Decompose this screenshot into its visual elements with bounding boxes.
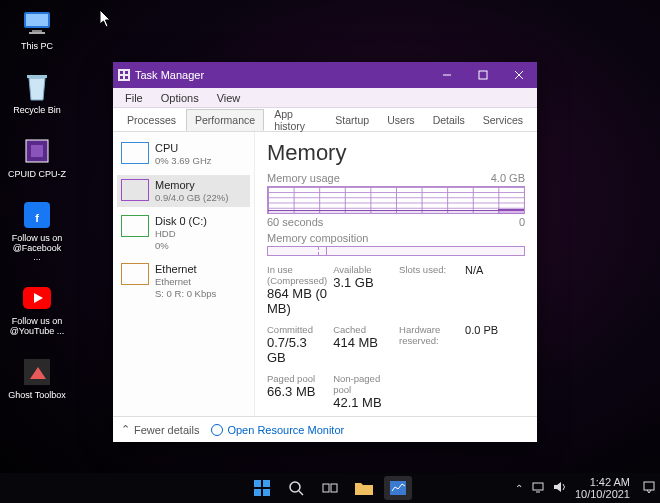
sidebar-sub2: S: 0 R: 0 Kbps (155, 288, 216, 299)
chart-xright: 0 (519, 216, 525, 228)
cpuz-icon (20, 134, 54, 168)
stat-value: N/A (465, 264, 525, 276)
taskbar[interactable]: ⌃ 1:42 AM 10/10/2021 (0, 473, 660, 503)
svg-rect-17 (479, 71, 487, 79)
menu-view[interactable]: View (209, 90, 249, 106)
sidebar-sub2: 0% (155, 240, 207, 251)
comp-label: Memory composition (267, 232, 368, 244)
start-button[interactable] (248, 476, 276, 500)
stat-value: 0.0 PB (465, 324, 525, 336)
stat-label: Paged pool (267, 373, 327, 384)
maximize-button[interactable] (465, 62, 501, 88)
desktop-icon-label: This PC (21, 42, 53, 52)
menu-options[interactable]: Options (153, 90, 207, 106)
stat-value: 42.1 MB (333, 395, 393, 410)
stat-label: Non-paged pool (333, 373, 393, 395)
sidebar-sub: Ethernet (155, 276, 216, 287)
desktop-icon-recycle-bin[interactable]: Recycle Bin (8, 70, 66, 116)
svg-point-24 (290, 482, 300, 492)
desktop-icon-label: CPUID CPU-Z (8, 170, 66, 180)
svg-rect-4 (27, 75, 47, 78)
facebook-icon: f (20, 198, 54, 232)
svg-rect-20 (254, 480, 261, 487)
chart-label: Memory usage (267, 172, 340, 184)
sidebar-item-ethernet[interactable]: EthernetEthernetS: 0 R: 0 Kbps (117, 259, 250, 303)
memory-panel: Memory Memory usage4.0 GB 60 seconds0 Me… (255, 132, 537, 416)
chart-max: 4.0 GB (491, 172, 525, 184)
task-manager-taskbar-button[interactable] (384, 476, 412, 500)
desktop-icon-ghost-toolbox[interactable]: Ghost Toolbox (8, 355, 66, 401)
chevron-up-icon[interactable]: ⌃ (515, 483, 523, 494)
stat-label: Committed (267, 324, 327, 335)
svg-rect-27 (331, 484, 337, 492)
task-view-button[interactable] (316, 476, 344, 500)
sidebar-label: Ethernet (155, 263, 216, 276)
svg-rect-23 (263, 489, 270, 496)
fewer-details-label: Fewer details (134, 424, 199, 436)
stat-value: 414 MB (333, 335, 393, 350)
svg-rect-22 (254, 489, 261, 496)
desktop-icon-label: Follow us on @YouTube ... (8, 317, 66, 337)
sidebar-label: Memory (155, 179, 228, 192)
svg-rect-28 (390, 481, 406, 495)
tab-performance[interactable]: Performance (186, 109, 264, 131)
sidebar-item-cpu[interactable]: CPU0% 3.69 GHz (117, 138, 250, 171)
memory-stats: In use (Compressed)864 MB (0 MB) Availab… (267, 264, 525, 410)
tab-services[interactable]: Services (475, 110, 531, 130)
close-button[interactable] (501, 62, 537, 88)
stat-value: 0.7/5.3 GB (267, 335, 327, 365)
tab-details[interactable]: Details (425, 110, 473, 130)
menu-file[interactable]: File (117, 90, 151, 106)
network-icon[interactable] (531, 481, 545, 495)
tab-startup[interactable]: Startup (327, 110, 377, 130)
chevron-up-icon: ⌃ (121, 423, 130, 436)
clock[interactable]: 1:42 AM 10/10/2021 (575, 476, 634, 500)
disk-mini-graph (121, 215, 149, 237)
svg-text:f: f (35, 212, 39, 224)
system-tray[interactable]: ⌃ 1:42 AM 10/10/2021 (515, 476, 656, 500)
svg-rect-21 (263, 480, 270, 487)
window-title: Task Manager (135, 69, 429, 81)
svg-rect-3 (29, 32, 45, 34)
fewer-details-link[interactable]: ⌃Fewer details (121, 423, 199, 436)
stat-value: 66.3 MB (267, 384, 327, 399)
sidebar-item-disk[interactable]: Disk 0 (C:)HDD0% (117, 211, 250, 255)
desktop-icon-facebook[interactable]: f Follow us on @Facebook ... (8, 198, 66, 264)
desktop-icon-youtube[interactable]: Follow us on @YouTube ... (8, 281, 66, 337)
svg-rect-2 (32, 30, 42, 32)
minimize-button[interactable] (429, 62, 465, 88)
perf-sidebar: CPU0% 3.69 GHz Memory0.9/4.0 GB (22%) Di… (113, 132, 255, 416)
task-manager-window: Task Manager File Options View Processes… (113, 62, 537, 442)
desktop-icon-label: Ghost Toolbox (8, 391, 65, 401)
sidebar-item-memory[interactable]: Memory0.9/4.0 GB (22%) (117, 175, 250, 208)
page-title: Memory (267, 140, 525, 166)
svg-rect-6 (31, 145, 43, 157)
sidebar-sub: 0% 3.69 GHz (155, 155, 212, 166)
sidebar-label: Disk 0 (C:) (155, 215, 207, 228)
tab-users[interactable]: Users (379, 110, 422, 130)
explorer-button[interactable] (350, 476, 378, 500)
volume-icon[interactable] (553, 481, 567, 495)
tab-app-history[interactable]: App history (266, 104, 325, 136)
notifications-icon[interactable] (642, 480, 656, 496)
svg-rect-11 (118, 69, 130, 81)
stat-label: In use (Compressed) (267, 264, 327, 286)
svg-line-25 (299, 491, 303, 495)
titlebar[interactable]: Task Manager (113, 62, 537, 88)
date: 10/10/2021 (575, 488, 630, 500)
chart-xleft: 60 seconds (267, 216, 323, 228)
tab-processes[interactable]: Processes (119, 110, 184, 130)
ethernet-mini-graph (121, 263, 149, 285)
cpu-mini-graph (121, 142, 149, 164)
desktop-icon-label: Follow us on @Facebook ... (8, 234, 66, 264)
desktop-icon-cpuz[interactable]: CPUID CPU-Z (8, 134, 66, 180)
open-resource-monitor-link[interactable]: Open Resource Monitor (211, 424, 344, 436)
sidebar-sub: HDD (155, 228, 207, 239)
tabs: Processes Performance App history Startu… (113, 108, 537, 132)
sidebar-sub: 0.9/4.0 GB (22%) (155, 192, 228, 203)
search-button[interactable] (282, 476, 310, 500)
desktop-icon-this-pc[interactable]: This PC (8, 6, 66, 52)
time: 1:42 AM (575, 476, 630, 488)
svg-rect-1 (26, 14, 48, 26)
desktop-icon-label: Recycle Bin (13, 106, 61, 116)
